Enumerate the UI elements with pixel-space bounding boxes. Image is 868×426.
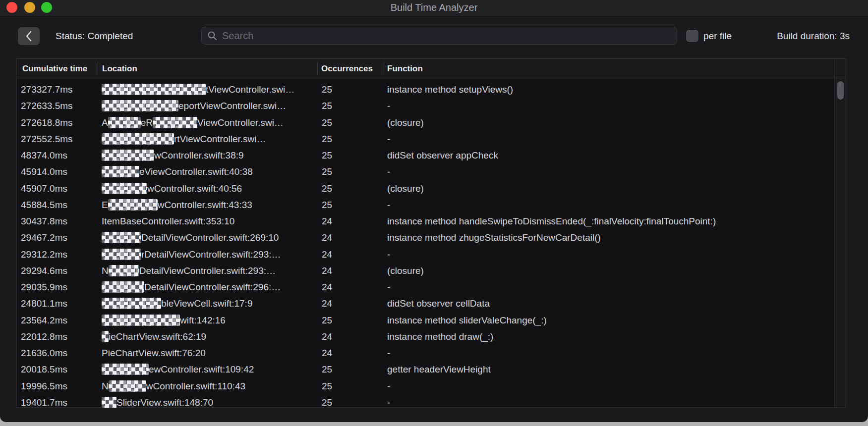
cell-location: wController.swift:38:9 <box>102 147 316 163</box>
location-text: ItemBaseController.swift:353:10 <box>102 216 234 226</box>
location-text: wController.swift:40:56 <box>147 183 242 194</box>
table-row[interactable]: 29312.2msrDetailViewController.swift:293… <box>17 246 834 263</box>
scrollbar-track[interactable] <box>835 78 846 407</box>
cell-function: - <box>387 197 831 213</box>
table-row[interactable]: 21636.0msPieChartView.swift:76:2024- <box>17 345 834 361</box>
table-row[interactable]: 19996.5msNwController.swift:110:4325- <box>17 378 834 394</box>
cell-location: wift:142:16 <box>102 312 316 328</box>
cell-cumulative-time: 23564.2ms <box>21 312 96 328</box>
location-text: eViewController.swift:40:38 <box>139 166 253 177</box>
table-row[interactable]: 272552.5msrtViewController.swi…25- <box>17 131 834 147</box>
window-title: Build Time Analyzer <box>0 0 868 16</box>
cell-location: bleViewCell.swift:17:9 <box>102 295 316 312</box>
cell-cumulative-time: 45907.0ms <box>21 180 96 197</box>
location-text: E <box>102 200 108 210</box>
cell-function: - <box>387 394 831 411</box>
cell-occurrences: 25 <box>322 163 381 180</box>
column-header-occurrences[interactable]: Occurrences <box>321 59 373 78</box>
cell-location: ieChartView.swift:62:19 <box>102 328 316 345</box>
redacted-block <box>108 117 141 128</box>
redacted-block <box>102 84 206 95</box>
cell-location: NwController.swift:110:43 <box>102 378 316 394</box>
table-row[interactable]: 24801.1msbleViewCell.swift:17:924didSet … <box>17 295 834 312</box>
table-row[interactable]: 29035.9msDetailViewController.swift:296:… <box>17 279 834 295</box>
location-text: DetailViewController.swift:293:… <box>139 266 276 276</box>
table-row[interactable]: 19401.7msSliderView.swift:148:7025- <box>17 394 834 411</box>
column-header-function[interactable]: Function <box>387 59 423 78</box>
cell-location: NDetailViewController.swift:293:… <box>102 263 316 279</box>
redacted-block <box>102 281 144 293</box>
table-row[interactable]: 23564.2mswift:142:1625instance method sl… <box>17 312 834 328</box>
back-button[interactable] <box>18 27 40 45</box>
redacted-block <box>109 380 146 392</box>
location-text: wController.swift:38:9 <box>154 150 244 160</box>
table-row[interactable]: 29294.6msNDetailViewController.swift:293… <box>17 263 834 279</box>
cell-cumulative-time: 29467.2ms <box>21 229 96 246</box>
location-text: PieChartView.swift:76:20 <box>102 348 206 358</box>
screen: Build Time Analyzer Status: Completed pe… <box>0 0 868 426</box>
cell-location: eViewController.swift:40:38 <box>102 163 316 180</box>
table-row[interactable]: 45884.5msEwController.swift:43:3325- <box>17 197 834 213</box>
cell-cumulative-time: 273327.7ms <box>21 81 96 98</box>
table-row[interactable]: 272633.5mseportViewController.swi…25- <box>17 98 834 114</box>
cell-location: DetailViewController.swift:296:… <box>102 279 316 295</box>
cell-cumulative-time: 48374.0ms <box>21 147 96 163</box>
table-row[interactable]: 22012.8msieChartView.swift:62:1924instan… <box>17 328 834 345</box>
build-times-table: Cumulative time Location Occurrences Fun… <box>16 58 846 408</box>
column-divider[interactable] <box>98 62 98 75</box>
location-text: ieChartView.swift:62:19 <box>109 331 206 342</box>
search-input[interactable] <box>221 30 672 42</box>
table-row[interactable]: 45907.0mswController.swift:40:5625(closu… <box>17 180 834 197</box>
column-header-location[interactable]: Location <box>102 59 137 78</box>
table-row[interactable]: 30437.8msItemBaseController.swift:353:10… <box>17 213 834 229</box>
cell-function: didSet observer cellData <box>387 295 831 312</box>
cell-location: rDetailViewController.swift:293:… <box>102 246 316 263</box>
cell-cumulative-time: 21636.0ms <box>21 345 96 361</box>
redacted-block <box>102 249 141 260</box>
cell-cumulative-time: 22012.8ms <box>21 328 96 345</box>
location-text: eR <box>141 117 153 128</box>
cell-cumulative-time: 30437.8ms <box>21 213 96 229</box>
cell-occurrences: 25 <box>322 394 381 411</box>
cell-function: - <box>387 131 831 147</box>
column-divider[interactable] <box>384 62 384 75</box>
cell-cumulative-time: 19401.7ms <box>21 394 96 411</box>
cell-cumulative-time: 29035.9ms <box>21 279 96 295</box>
table-row[interactable]: 45914.0mseViewController.swift:40:3825- <box>17 163 834 180</box>
table-row[interactable]: 29467.2msDetailViewController.swift:269:… <box>17 229 834 246</box>
table-row[interactable]: 20018.5msewController.swift:109:4225gett… <box>17 361 834 377</box>
redacted-block <box>102 315 180 326</box>
cell-occurrences: 24 <box>322 246 381 263</box>
search-field[interactable] <box>201 27 677 45</box>
cell-function: instance method setupViews() <box>387 81 831 98</box>
titlebar: Build Time Analyzer <box>0 0 868 17</box>
cell-occurrences: 24 <box>322 229 381 246</box>
cell-function: getter headerViewHeight <box>387 361 831 377</box>
cell-location: rtViewController.swi… <box>102 131 316 147</box>
status-label: Status: Completed <box>56 27 133 45</box>
cell-location: AeRViewController.swi… <box>102 114 316 131</box>
table-row[interactable]: 48374.0mswController.swift:38:925didSet … <box>17 147 834 163</box>
cell-occurrences: 24 <box>322 295 381 312</box>
scrollbar-thumb[interactable] <box>837 81 844 100</box>
redacted-block <box>102 133 174 145</box>
location-text: N <box>102 266 109 276</box>
per-file-checkbox[interactable] <box>686 30 698 42</box>
redacted-block <box>153 117 197 128</box>
cell-occurrences: 24 <box>322 213 381 229</box>
redacted-block <box>102 100 178 111</box>
table-row[interactable]: 273327.7mstViewController.swi…25instance… <box>17 81 834 98</box>
location-text: bleViewCell.swift:17:9 <box>161 298 252 309</box>
location-text: eportViewController.swi… <box>178 101 286 111</box>
redacted-block <box>109 265 139 276</box>
location-text: DetailViewController.swift:269:10 <box>141 232 279 243</box>
table-row[interactable]: 272618.8msAeRViewController.swi…25(closu… <box>17 114 834 131</box>
column-divider[interactable] <box>317 62 318 75</box>
per-file-label[interactable]: per file <box>703 27 732 45</box>
cell-occurrences: 25 <box>322 98 381 114</box>
column-header-cumulative-time[interactable]: Cumulative time <box>22 59 87 78</box>
cell-cumulative-time: 45884.5ms <box>21 197 96 213</box>
redacted-block <box>102 150 154 161</box>
location-text: tViewController.swi… <box>206 84 294 95</box>
location-text: rtViewController.swi… <box>174 134 266 144</box>
